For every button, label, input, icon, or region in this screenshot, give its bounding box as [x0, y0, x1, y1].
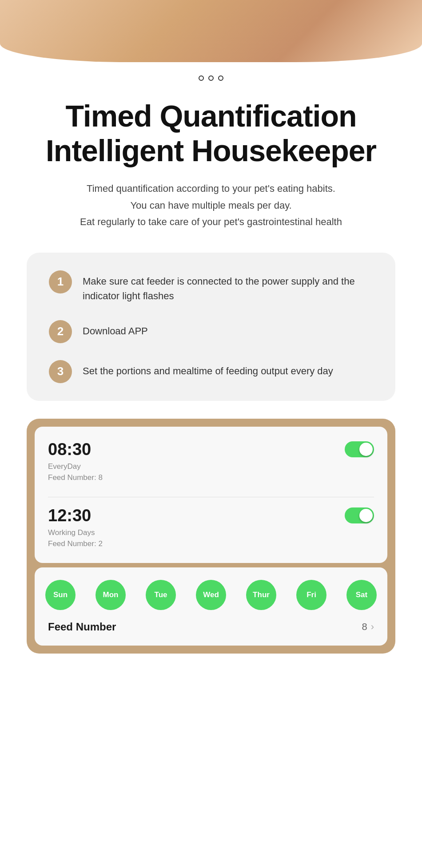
schedule-time-row-2: 12:30 — [48, 506, 374, 525]
schedule-time-1: 08:30 — [48, 440, 91, 459]
bottom-spacer — [0, 654, 422, 680]
schedule-divider — [48, 497, 374, 497]
days-row: Sun Mon Tue Wed Thur Fri Sat — [45, 580, 377, 610]
day-tue[interactable]: Tue — [146, 580, 176, 610]
hero-subtitle: Timed quantification according to your p… — [27, 180, 395, 230]
schedule-time-2: 12:30 — [48, 506, 91, 525]
steps-card: 1 Make sure cat feeder is connected to t… — [27, 253, 395, 401]
hero-title: Timed Quantification Intelligent Houseke… — [27, 99, 395, 168]
step-item-2: 2 Download APP — [49, 320, 373, 343]
day-thur[interactable]: Thur — [246, 580, 276, 610]
schedule-time-row-1: 08:30 — [48, 440, 374, 459]
day-wed[interactable]: Wed — [196, 580, 226, 610]
toggle-knob-1 — [359, 443, 373, 456]
step-number-2: 2 — [49, 320, 72, 343]
app-card-wrapper: 08:30 EveryDay Feed Number: 8 12:30 Work… — [27, 419, 395, 654]
toggle-2[interactable] — [345, 507, 374, 523]
feed-number-label: Feed Number — [48, 621, 116, 633]
top-hero-image — [0, 0, 422, 62]
step-text-3: Set the portions and mealtime of feeding… — [83, 360, 333, 378]
feed-number-row: Feed Number 8 › — [45, 621, 377, 633]
step-item-1: 1 Make sure cat feeder is connected to t… — [49, 270, 373, 303]
schedule-entry-2: 12:30 Working Days Feed Number: 2 — [48, 506, 374, 550]
toggle-knob-2 — [359, 509, 373, 522]
schedule-info-2: Working Days Feed Number: 2 — [48, 527, 374, 550]
step-number-3: 3 — [49, 360, 72, 383]
toggle-1[interactable] — [345, 441, 374, 457]
feed-number-value[interactable]: 8 › — [362, 621, 374, 633]
day-sat[interactable]: Sat — [346, 580, 377, 610]
step-item-3: 3 Set the portions and mealtime of feedi… — [49, 360, 373, 383]
dot-1[interactable] — [199, 75, 204, 81]
day-sun[interactable]: Sun — [45, 580, 76, 610]
day-fri[interactable]: Fri — [296, 580, 326, 610]
step-text-2: Download APP — [83, 320, 148, 338]
dot-3[interactable] — [218, 75, 223, 81]
chevron-right-icon: › — [371, 621, 374, 633]
day-mon[interactable]: Mon — [96, 580, 126, 610]
schedule-info-1: EveryDay Feed Number: 8 — [48, 461, 374, 484]
dot-2[interactable] — [208, 75, 214, 81]
schedule-card: 08:30 EveryDay Feed Number: 8 12:30 Work… — [35, 427, 387, 563]
page-indicator — [0, 62, 422, 90]
step-number-1: 1 — [49, 270, 72, 293]
hero-section: Timed Quantification Intelligent Houseke… — [0, 90, 422, 235]
days-card: Sun Mon Tue Wed Thur Fri Sat Feed Number… — [35, 567, 387, 646]
step-text-1: Make sure cat feeder is connected to the… — [83, 270, 373, 303]
schedule-entry-1: 08:30 EveryDay Feed Number: 8 — [48, 440, 374, 484]
